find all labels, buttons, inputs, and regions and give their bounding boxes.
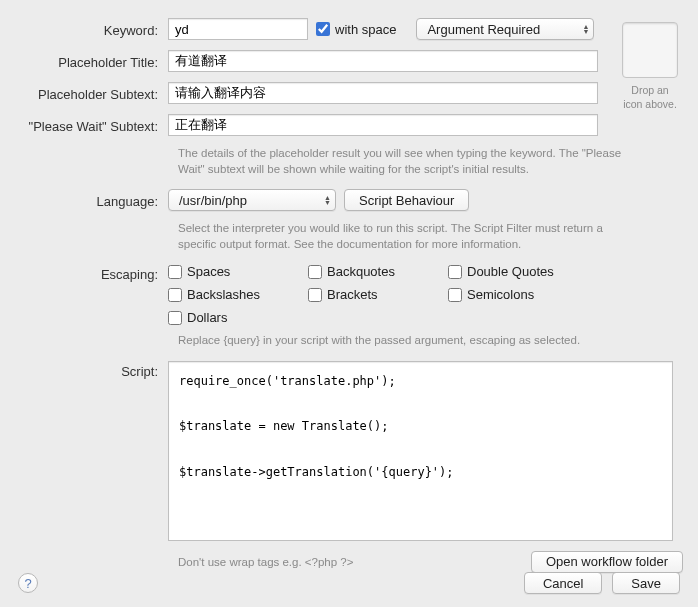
- script-label: Script:: [18, 361, 168, 379]
- escaping-label: Escaping:: [18, 264, 168, 282]
- placeholder-subtext-label: Placeholder Subtext:: [18, 84, 168, 102]
- placeholder-title-label: Placeholder Title:: [18, 52, 168, 70]
- argument-select[interactable]: Argument Required ▲▼: [416, 18, 594, 40]
- icon-drop-caption: Drop an icon above.: [622, 84, 678, 111]
- language-select[interactable]: /usr/bin/php ▲▼: [168, 189, 336, 211]
- updown-icon: ▲▼: [582, 24, 589, 34]
- script-textarea[interactable]: [168, 361, 673, 541]
- with-space-checkbox-input[interactable]: [316, 22, 330, 36]
- cancel-button[interactable]: Cancel: [524, 572, 602, 594]
- save-button[interactable]: Save: [612, 572, 680, 594]
- help-icon[interactable]: ?: [18, 573, 38, 593]
- with-space-label: with space: [335, 22, 396, 37]
- keyword-label: Keyword:: [18, 20, 168, 38]
- placeholder-title-input[interactable]: [168, 50, 598, 72]
- escaping-hint: Replace {query} in your script with the …: [178, 333, 638, 349]
- with-space-checkbox[interactable]: with space: [316, 22, 396, 37]
- escaping-semicolons[interactable]: Semicolons: [448, 287, 568, 302]
- please-wait-subtext-input[interactable]: [168, 114, 598, 136]
- escaping-brackets[interactable]: Brackets: [308, 287, 428, 302]
- icon-drop-well[interactable]: [622, 22, 678, 78]
- escaping-backslashes[interactable]: Backslashes: [168, 287, 288, 302]
- escaping-double-quotes[interactable]: Double Quotes: [448, 264, 588, 279]
- escaping-backquotes[interactable]: Backquotes: [308, 264, 428, 279]
- argument-select-value: Argument Required: [427, 22, 540, 37]
- language-hint: Select the interpreter you would like to…: [178, 221, 638, 252]
- language-label: Language:: [18, 191, 168, 209]
- escaping-spaces[interactable]: Spaces: [168, 264, 288, 279]
- please-wait-subtext-label: "Please Wait" Subtext:: [18, 116, 168, 134]
- placeholder-subtext-input[interactable]: [168, 82, 598, 104]
- script-behaviour-button[interactable]: Script Behaviour: [344, 189, 469, 211]
- updown-icon: ▲▼: [324, 195, 331, 205]
- details-hint: The details of the placeholder result yo…: [178, 146, 638, 177]
- language-select-value: /usr/bin/php: [179, 193, 247, 208]
- escaping-dollars[interactable]: Dollars: [168, 310, 288, 325]
- keyword-input[interactable]: [168, 18, 308, 40]
